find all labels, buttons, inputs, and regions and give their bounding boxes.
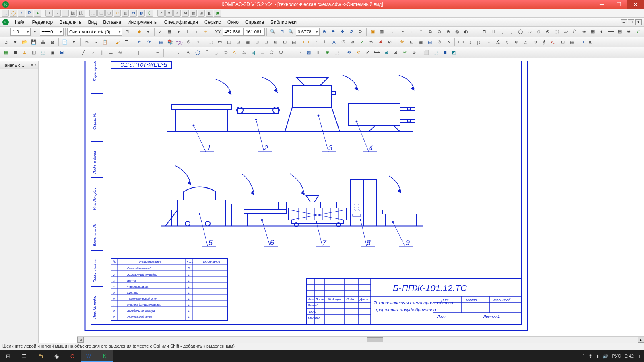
tool-icon[interactable]: ⿳ xyxy=(70,10,77,17)
tool-icon[interactable]: ◯ xyxy=(10,10,17,17)
zoom-in-icon[interactable]: ⊕ xyxy=(320,27,328,36)
wifi-icon[interactable]: ▮ xyxy=(596,354,599,359)
seg-icon[interactable]: ⟋ xyxy=(175,48,184,57)
text-icon[interactable]: A↓ xyxy=(549,38,558,47)
kompas-icon[interactable]: K xyxy=(97,350,113,362)
tool-icon[interactable]: ⊞ xyxy=(198,10,205,17)
menu-insert[interactable]: Вставка xyxy=(100,19,124,26)
sel-icon[interactable]: ⊡ xyxy=(280,38,289,47)
zoom-dropdown[interactable]: 0.6778 xyxy=(296,28,320,36)
dim-icon[interactable]: ↗ xyxy=(357,38,366,47)
edit-icon[interactable]: ▦ xyxy=(416,38,425,47)
toggle-icon[interactable]: ▣ xyxy=(368,27,377,36)
scroll-left-icon[interactable]: ◂ xyxy=(77,337,84,343)
par-icon[interactable]: ∥ xyxy=(97,48,106,57)
3d-box-icon[interactable]: ⬜ xyxy=(422,48,431,57)
tool-icon[interactable]: ⊡ xyxy=(105,10,113,17)
copy-icon[interactable]: ⎘ xyxy=(91,38,100,47)
tool-icon[interactable]: ⬡ xyxy=(146,10,153,17)
menu-spec[interactable]: Спецификация xyxy=(161,19,201,26)
dim-text-icon[interactable]: A xyxy=(330,38,339,47)
geom-icon[interactable]: ⟊ xyxy=(471,27,479,36)
drawing-canvas[interactable]: Перв. примен. Справ. № Подп. и дата Инв.… xyxy=(39,61,644,343)
arc-icon[interactable]: ◡ xyxy=(212,48,221,57)
pt-icon[interactable]: · xyxy=(70,48,78,57)
paste-icon[interactable]: 📋 xyxy=(101,38,109,47)
pline-icon[interactable]: ⟋ xyxy=(88,48,97,57)
tool-icon[interactable]: ↗ xyxy=(157,10,165,17)
panel-pin-icon[interactable]: ▾ xyxy=(31,63,33,67)
measure-icon[interactable]: ⊞ xyxy=(586,38,595,47)
geom-icon[interactable]: ⬠ xyxy=(570,27,579,36)
geom-icon[interactable]: ⊚ xyxy=(435,27,443,36)
sel-icon[interactable]: ◫ xyxy=(225,38,233,47)
sel-icon[interactable]: ⬚ xyxy=(206,38,215,47)
sel-icon[interactable]: ▤ xyxy=(289,38,298,47)
maximize-button[interactable]: ☐ xyxy=(610,0,627,9)
edit-mirror-icon[interactable]: ⟷ xyxy=(372,48,381,57)
mdi-minimize-icon[interactable]: ─ xyxy=(621,19,627,25)
hor-icon[interactable]: — xyxy=(125,48,134,57)
hatch-icon[interactable]: ▨ xyxy=(304,48,313,57)
rect-icon[interactable]: ▭ xyxy=(258,48,267,57)
start-button[interactable]: ⊞ xyxy=(0,350,16,362)
view-icon[interactable]: ⊥ xyxy=(20,48,29,57)
contour-icon[interactable]: ⬡ xyxy=(277,48,285,57)
dim-icon[interactable]: ⊘ xyxy=(385,38,394,47)
view-icon[interactable]: ⬚ xyxy=(39,48,47,57)
measure-icon[interactable]: ⊗ xyxy=(512,38,521,47)
edit-icon[interactable]: ⚒ xyxy=(398,38,407,47)
geom-icon[interactable]: ⊓ xyxy=(480,27,489,36)
poly-icon[interactable]: ⬠ xyxy=(267,48,276,57)
geom-icon[interactable]: ⧉ xyxy=(426,27,434,36)
edit-array-icon[interactable]: ⊡ xyxy=(391,48,400,57)
geom-icon[interactable]: ⟟ xyxy=(417,27,425,36)
edit-break-icon[interactable]: ⊘ xyxy=(409,48,418,57)
edit-scale-icon[interactable]: ⤢ xyxy=(363,48,372,57)
tool-icon[interactable]: ↻ xyxy=(114,10,121,17)
close-button[interactable]: ✕ xyxy=(627,0,644,9)
geom-icon[interactable]: ⟶ xyxy=(607,27,615,36)
menu-file[interactable]: Файл xyxy=(10,19,29,26)
view-icon[interactable]: ◫ xyxy=(29,48,38,57)
aux-icon[interactable]: ⋯ xyxy=(144,48,153,57)
taskview-icon[interactable]: ☰ xyxy=(16,350,32,362)
geom-icon[interactable]: ⊗ xyxy=(543,27,552,36)
geom-icon[interactable]: ◈ xyxy=(580,27,588,36)
dim-icon[interactable]: ⟷ xyxy=(302,38,311,47)
edit-copy-icon[interactable]: ⊞ xyxy=(382,48,390,57)
geom-icon[interactable]: ⬯ xyxy=(534,27,543,36)
edit-icon[interactable]: ▤ xyxy=(425,38,434,47)
props-icon[interactable]: ☰ xyxy=(122,38,131,47)
scroll-right-icon[interactable]: ▸ xyxy=(638,337,644,343)
break-icon[interactable]: ≈ xyxy=(153,48,162,57)
dim-icon[interactable]: ⟋ xyxy=(311,38,320,47)
style-drop-icon[interactable]: ▾ xyxy=(144,27,153,36)
tool-icon[interactable]: ▦ xyxy=(190,10,197,17)
scroll-thumb[interactable] xyxy=(367,337,383,342)
dim-icon[interactable]: ⟲ xyxy=(367,38,376,47)
open-icon[interactable]: 📂 xyxy=(20,38,29,47)
sel-icon[interactable]: ▦ xyxy=(243,38,252,47)
tool-icon[interactable]: ⊥ xyxy=(45,10,53,17)
print-icon[interactable]: 🖶 xyxy=(39,38,47,47)
measure-icon[interactable]: ◎ xyxy=(521,38,530,47)
menu-service[interactable]: Сервис xyxy=(201,19,224,26)
dim-icon[interactable]: ⊥ xyxy=(320,38,329,47)
zoom-out-icon[interactable]: ⊖ xyxy=(329,27,337,36)
nurbs-icon[interactable]: ⦯ xyxy=(249,48,258,57)
zoom-window-icon[interactable]: 🔍 xyxy=(268,27,277,36)
seg-icon[interactable]: — xyxy=(165,48,174,57)
clock[interactable]: 0:42 xyxy=(625,354,634,358)
perp-icon[interactable]: ⊥ xyxy=(107,48,116,57)
measure-icon[interactable]: |↕| xyxy=(475,38,484,47)
equid-icon[interactable]: ⫴ xyxy=(314,48,322,57)
app-menu-icon[interactable]: K xyxy=(2,19,9,25)
edit-trim-icon[interactable]: ✂ xyxy=(400,48,409,57)
bezier-icon[interactable]: ⦮ xyxy=(239,48,248,57)
tan-icon[interactable]: ⦵ xyxy=(116,48,125,57)
tool-icon[interactable]: ◫ xyxy=(97,10,105,17)
redo-icon[interactable]: ↷ xyxy=(144,38,153,47)
geom-icon[interactable]: ⬭ xyxy=(525,27,534,36)
ellipse-icon[interactable]: ⬭ xyxy=(221,48,230,57)
